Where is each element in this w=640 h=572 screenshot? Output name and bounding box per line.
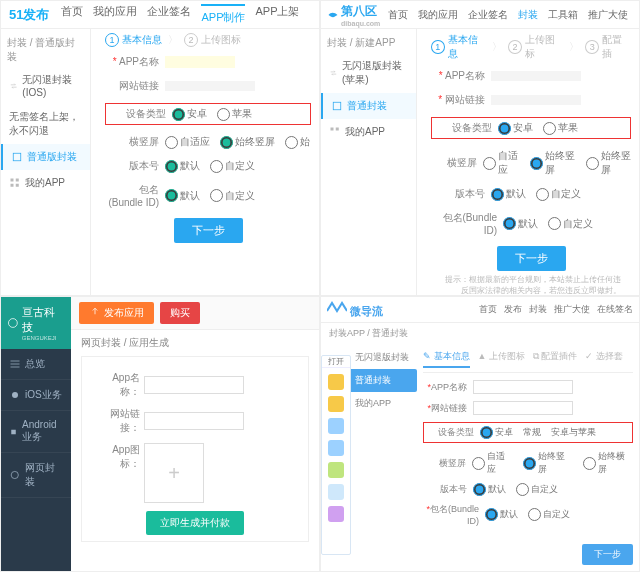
top-nav: 首页 发布 封装 推广大使 在线签名 (479, 303, 633, 316)
sidebar-ios[interactable]: 无闪退版封装 (349, 346, 417, 369)
radio-normal[interactable]: 常规 (523, 426, 541, 439)
radio-ver-default[interactable]: 默认 (491, 187, 526, 201)
step-2[interactable]: 2上传图标 (184, 33, 241, 47)
sidebar-webpack[interactable]: 网页封装 (1, 453, 71, 498)
radio-auto[interactable]: 自适应 (483, 149, 520, 177)
step-2[interactable]: 2上传图标 (508, 33, 563, 61)
radio-both[interactable]: 安卓与苹果 (551, 426, 596, 439)
nav-sign[interactable]: 企业签名 (147, 4, 191, 25)
sidebar-myapp[interactable]: 我的APP (321, 119, 416, 145)
sidebar-normal[interactable]: 普通封装 (321, 93, 416, 119)
name-input[interactable] (473, 380, 573, 394)
sidebar: 亘古科技GENGUKEJI 总览 iOS业务 Android业务 网页封装 (1, 297, 71, 571)
radio-android[interactable]: 安卓 (498, 121, 533, 135)
buy-button[interactable]: 购买 (160, 302, 200, 324)
chevron-right-icon: 〉 (168, 33, 178, 47)
radio-auto[interactable]: 自适应 (165, 135, 210, 149)
folder-icon[interactable] (328, 374, 344, 390)
radio-apple[interactable]: 苹果 (543, 121, 578, 135)
radio-bundle-default[interactable]: 默认 (165, 189, 200, 203)
submit-button[interactable]: 立即生成并付款 (146, 511, 244, 535)
radio-begin[interactable]: 始 (285, 135, 310, 149)
package-icon (11, 151, 23, 163)
step-2[interactable]: ▲ 上传图标 (478, 350, 525, 368)
step-3[interactable]: ⧉ 配置插件 (533, 350, 578, 368)
radio-landscape[interactable]: 始终竖屏 (586, 149, 632, 177)
sidebar-ios[interactable]: 无闪退版封装 (苹果) (321, 53, 416, 93)
publish-button[interactable]: 发布应用 (79, 302, 154, 324)
radio-bundle-default[interactable]: 默认 (485, 508, 518, 521)
sidebar-ios[interactable]: iOS业务 (1, 380, 71, 411)
radio-ver-default[interactable]: 默认 (473, 483, 506, 496)
sidebar-myapp[interactable]: 我的APP (1, 170, 90, 196)
toolbar: 发布应用 购买 (71, 297, 319, 330)
radio-bundle-default[interactable]: 默认 (503, 217, 538, 231)
radio-portrait[interactable]: 始终竖屏 (523, 450, 573, 476)
radio-landscape[interactable]: 始终横屏 (583, 450, 633, 476)
url-input[interactable] (144, 412, 244, 430)
step-1[interactable]: ✎ 基本信息 (423, 350, 470, 368)
sidebar: 封装 / 普通版封装 无闪退封装 (IOS) 无需签名上架，永不闪退 普通版封装… (1, 29, 91, 295)
breadcrumb: 封装APP / 普通封装 (321, 323, 639, 344)
port-icon[interactable] (328, 506, 344, 522)
step-4[interactable]: ✓ 选择套 (585, 350, 623, 368)
sidebar-ios[interactable]: 无闪退封装 (IOS) (1, 67, 90, 104)
nav-myapp[interactable]: 我的应用 (418, 8, 458, 22)
folder-icon[interactable] (328, 396, 344, 412)
nav-myapp[interactable]: 我的应用 (93, 4, 137, 25)
radio-ver-custom[interactable]: 自定义 (210, 159, 255, 173)
nav-home[interactable]: 首页 (388, 8, 408, 22)
radio-portrait[interactable]: 始终竖屏 (220, 135, 275, 149)
next-button[interactable]: 下一步 (174, 218, 243, 243)
radio-ver-custom[interactable]: 自定义 (516, 483, 558, 496)
step-1[interactable]: 1基本信息 (105, 33, 162, 47)
nav-pack[interactable]: 封装 (529, 303, 547, 316)
radio-auto[interactable]: 自适应 (472, 450, 513, 476)
nav-publish[interactable]: 发布 (504, 303, 522, 316)
nav-promo[interactable]: 推广大使 (588, 8, 628, 22)
next-button[interactable]: 下一步 (582, 544, 633, 565)
radio-android[interactable]: 安卓 (480, 426, 513, 439)
radio-portrait[interactable]: 始终竖屏 (530, 149, 576, 177)
step-1[interactable]: 1基本信息 (431, 33, 486, 61)
sidebar-myapp[interactable]: 我的APP (349, 392, 417, 415)
sidebar-overview[interactable]: 总览 (1, 349, 71, 380)
svg-rect-1 (11, 179, 14, 182)
file-icon[interactable] (328, 418, 344, 434)
sidebar-normal[interactable]: 普通版封装 (1, 144, 90, 170)
nav-home[interactable]: 首页 (61, 4, 83, 25)
url-value[interactable] (491, 95, 581, 105)
radio-bundle-custom[interactable]: 自定义 (210, 189, 255, 203)
nav-tools[interactable]: 工具箱 (548, 8, 578, 22)
nav-pack[interactable]: 封装 (518, 8, 538, 22)
radio-ver-default[interactable]: 默认 (165, 159, 200, 173)
step-3[interactable]: 3配置插 (585, 33, 631, 61)
sidebar-normal[interactable]: 普通封装 (349, 369, 417, 392)
appname-value[interactable] (491, 71, 581, 81)
radio-bundle-custom[interactable]: 自定义 (548, 217, 593, 231)
nav-publish[interactable]: APP上架 (255, 4, 299, 25)
chevron-right-icon: 〉 (569, 40, 579, 54)
radio-ver-custom[interactable]: 自定义 (536, 187, 581, 201)
radio-android[interactable]: 安卓 (172, 107, 207, 121)
url-input[interactable] (473, 401, 573, 415)
radio-apple[interactable]: 苹果 (217, 107, 252, 121)
name-input[interactable] (144, 376, 244, 394)
image-icon[interactable] (328, 462, 344, 478)
file-icon[interactable] (328, 440, 344, 456)
icon-upload[interactable]: + (144, 443, 204, 503)
url-value[interactable] (165, 81, 255, 91)
radio-bundle-custom[interactable]: 自定义 (528, 508, 570, 521)
apple-icon (9, 389, 21, 401)
next-button[interactable]: 下一步 (497, 246, 566, 271)
panel-dibaqu: 第八区dibaqu.com 首页 我的应用 企业签名 封装 工具箱 推广大使 封… (320, 0, 640, 296)
appname-value[interactable] (165, 56, 235, 68)
plus-icon: + (168, 462, 180, 485)
nav-sign[interactable]: 在线签名 (597, 303, 633, 316)
cloud-icon[interactable] (328, 484, 344, 500)
nav-promo[interactable]: 推广大使 (554, 303, 590, 316)
sidebar-android[interactable]: Android业务 (1, 411, 71, 453)
nav-appmake[interactable]: APP制作 (201, 4, 245, 25)
nav-home[interactable]: 首页 (479, 303, 497, 316)
nav-sign[interactable]: 企业签名 (468, 8, 508, 22)
